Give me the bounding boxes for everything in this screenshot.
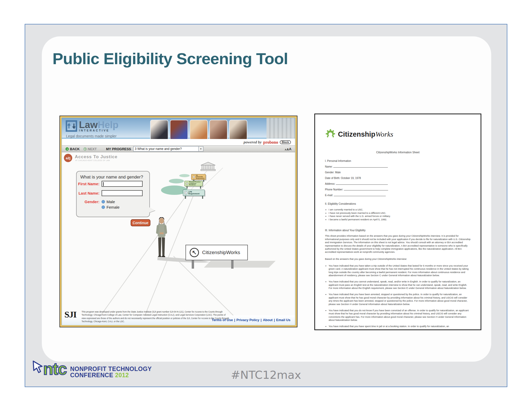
interview-toolbar: ◄ BACK ► NEXT MY PROGRESS 3 What is your… xyxy=(62,145,295,152)
last-name-label: Last Name: xyxy=(77,191,102,195)
back-icon: ◄ xyxy=(65,147,69,151)
a2j-title: Access To Justice xyxy=(75,154,117,160)
eligibility-intro-paragraph: This sheet provides information based on… xyxy=(325,234,471,254)
result-item: You have indicated that you do not know … xyxy=(329,309,471,322)
radio-female[interactable] xyxy=(102,206,105,209)
separator: | xyxy=(274,318,275,322)
arrow-up-left-icon: ↖ xyxy=(190,248,199,257)
gender-option-female[interactable]: Female xyxy=(102,205,119,209)
document-title: CitizenshipWorks Information Sheet xyxy=(325,151,471,154)
interview-results-list: You have indicated that you have taken a… xyxy=(329,264,471,328)
result-item: You have indicated that you have spent t… xyxy=(329,325,471,328)
signpost-3: 3US Citizenship Requirements xyxy=(191,174,206,180)
sign-leg xyxy=(185,196,186,199)
citizenshipworks-sign[interactable]: ↖ CitizenshipWorks xyxy=(185,245,248,260)
progress-dropdown[interactable]: 3 What is your name and gender? xyxy=(133,146,199,151)
header-photo xyxy=(209,120,228,141)
sign-leg xyxy=(200,186,201,189)
speech-bubble-tail xyxy=(149,207,155,213)
name-label: Name: xyxy=(325,165,332,168)
font-medium[interactable]: A xyxy=(287,148,289,151)
gear-icon xyxy=(325,129,336,140)
interview-scene: a2j Access To Justice AT CHICAGO-KENT CO… xyxy=(62,152,295,315)
logo-word-help: Help xyxy=(98,120,118,130)
my-progress-label: MY PROGRESS xyxy=(106,147,131,151)
text-cursor xyxy=(103,182,104,186)
section-personal-information: I. Personal Information xyxy=(325,160,471,162)
link-privacy-policy[interactable]: Privacy Policy xyxy=(236,318,259,322)
continue-button[interactable]: Continue xyxy=(131,219,150,226)
probono-brand[interactable]: probono xyxy=(263,140,278,145)
page-title: Public Eligibility Screening Tool xyxy=(52,49,288,68)
link-email-us[interactable]: Email Us xyxy=(276,318,290,322)
slide-frame: Public Eligibility Screening Tool LawHel… xyxy=(25,24,507,387)
address-label: Address: xyxy=(325,182,335,185)
brand-works: Works xyxy=(375,130,393,138)
eligibility-item: I have not previously been married to a … xyxy=(329,212,471,215)
citizenshipworks-info-sheet: CitizenshipWorks CitizenshipWorks Inform… xyxy=(314,114,481,330)
header-photo xyxy=(229,120,247,141)
cw-sign-leg xyxy=(192,260,194,269)
sji-paragraph-2: "A2J Author" and "A2J Guided Interviews"… xyxy=(64,325,233,325)
phone-blank xyxy=(344,188,388,190)
phone-label: Phone Number: xyxy=(325,188,343,191)
citizenshipworks-logo: CitizenshipWorks xyxy=(325,129,471,140)
font-size-controls[interactable]: A A A xyxy=(285,147,291,151)
separator: | xyxy=(261,318,262,322)
radio-male[interactable] xyxy=(102,200,105,203)
next-button[interactable]: ► NEXT xyxy=(83,147,97,151)
question-title: What is your name and gender? xyxy=(80,175,143,180)
pillar-image xyxy=(267,118,295,138)
lawhelp-header: LawHelp INTERACTIVE Legal documents made… xyxy=(62,118,295,138)
powered-by-text: powered by xyxy=(244,140,262,144)
sign-leg xyxy=(203,180,204,182)
block-button[interactable]: Block xyxy=(280,140,291,144)
sji-paragraph-1: This program was developed under grants … xyxy=(82,310,230,323)
lawhelp-screenshot: LawHelp INTERACTIVE Legal documents made… xyxy=(59,116,297,327)
bush-shape xyxy=(169,179,184,183)
section-information-eligibility: III. Information about Your Eligibility xyxy=(325,229,471,232)
header-photo xyxy=(190,120,208,141)
header-photo xyxy=(150,120,168,141)
next-icon: ► xyxy=(83,147,87,151)
eligibility-item: I became a lawful permanent resident on … xyxy=(329,218,471,221)
guide-avatar xyxy=(153,217,170,261)
last-name-input[interactable] xyxy=(102,190,143,196)
question-box: What is your name and gender? First Name… xyxy=(76,171,150,217)
cursor-arrow-icon xyxy=(32,360,45,374)
dropdown-caret-icon[interactable]: ▼ xyxy=(199,146,203,151)
header-photo-strip xyxy=(150,120,247,141)
signpost-1: 1LPR Requirement xyxy=(183,190,205,196)
separator: | xyxy=(234,318,235,322)
lawhelp-logo[interactable]: LawHelp INTERACTIVE xyxy=(65,120,118,132)
cw-sign-leg xyxy=(231,260,234,269)
header-photo xyxy=(170,120,188,141)
email-blank xyxy=(334,194,386,196)
link-about[interactable]: About xyxy=(263,318,273,322)
first-name-label: First Name: xyxy=(77,182,102,186)
font-small[interactable]: A xyxy=(285,148,287,151)
gender-value: Gender: Male xyxy=(325,171,471,174)
lawhelp-tagline: Legal documents made simpler xyxy=(66,134,117,138)
first-name-input[interactable] xyxy=(102,181,143,187)
based-on-answers-line: Based on the answers that you gave durin… xyxy=(325,257,471,261)
font-large[interactable]: A xyxy=(289,147,291,151)
brand-citizenship: Citizenship xyxy=(338,130,375,138)
result-item: You have indicated that you cannot under… xyxy=(329,280,471,290)
name-blank xyxy=(333,165,388,168)
a2j-subtitle: AT CHICAGO-KENT COLLEGE OF LAW xyxy=(75,160,110,161)
result-item: You have indicated that you have been ar… xyxy=(329,293,471,306)
sign-leg xyxy=(202,196,203,199)
back-button[interactable]: ◄ BACK xyxy=(65,147,80,151)
a2j-logo: a2j xyxy=(64,154,72,162)
sji-logo: SJI xyxy=(64,310,76,320)
signpost-2: 2Physical Presence Continuous Residence xyxy=(184,181,203,186)
eligibility-item: I have never served with the U.S. armed … xyxy=(329,215,471,218)
gender-option-male[interactable]: Male xyxy=(102,200,119,204)
sign-leg xyxy=(187,186,188,189)
gender-label: Gender: xyxy=(77,200,102,204)
eligibility-item: I am currently married to a USC. xyxy=(329,208,471,211)
powered-by-bar: powered by probono Block xyxy=(62,139,295,145)
email-label: E-mail: xyxy=(325,194,333,197)
event-hashtag: #NTC12max xyxy=(0,368,532,381)
